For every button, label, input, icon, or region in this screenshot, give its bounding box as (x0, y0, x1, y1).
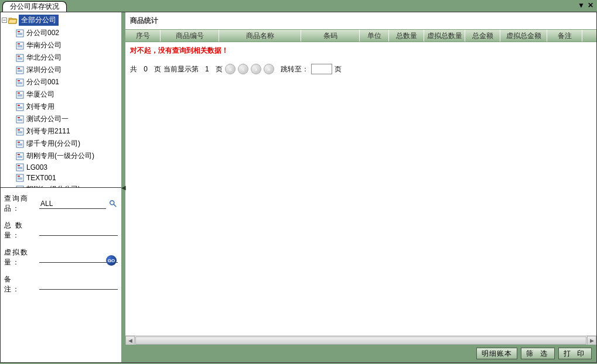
svg-point-56 (110, 201, 114, 205)
left-panel: − 全部分公司 分公司002华南分公司华北分公司深圳分公司分公司001华厦公司刘… (1, 12, 122, 362)
column-header[interactable]: 单位 (360, 30, 389, 42)
pagination: 共 0 页 当前显示第 1 页 « ‹ › » 跳转至： 页 (130, 64, 592, 74)
document-icon (15, 78, 25, 87)
column-header[interactable]: 商品名称 (219, 30, 301, 42)
search-product-label: 查询商品： (4, 194, 37, 214)
tree-item[interactable]: 胡刚(一级分公司) (13, 183, 120, 188)
column-header[interactable]: 备注 (547, 30, 582, 42)
splitter-handle[interactable]: ◀ (122, 180, 125, 194)
detail-ledger-button[interactable]: 明细账本 (476, 348, 517, 359)
tree-item-label: 缪千专用(分公司) (26, 139, 80, 149)
tree-children: 分公司002华南分公司华北分公司深圳分公司分公司001华厦公司刘哥专用测试分公司… (2, 27, 120, 188)
search-totalqty-input[interactable] (39, 226, 118, 236)
chevron-right-icon: ▶ (590, 338, 594, 344)
tree-item[interactable]: 深圳分公司 (13, 64, 120, 76)
tree-item-label: 刘哥专用2111 (26, 126, 70, 136)
document-icon (15, 66, 25, 74)
svg-rect-25 (18, 105, 20, 106)
minimize-button[interactable]: ▼ (577, 1, 585, 9)
table-header: 序号商品编号商品名称条码单位总数量虚拟总数量总金额虚拟总金额备注 (125, 29, 596, 42)
tree-item[interactable]: 刘哥专用 (13, 101, 120, 113)
chevron-left-icon: ◀ (121, 184, 126, 191)
tree-area[interactable]: − 全部分公司 分公司002华南分公司华北分公司深圳分公司分公司001华厦公司刘… (1, 12, 121, 188)
tree-item[interactable]: 胡刚专用(一级分公司) (13, 150, 120, 162)
hscroll-right-button[interactable]: ▶ (587, 336, 596, 345)
tree-item-label: 刘哥专用 (26, 102, 54, 112)
main-container: − 全部分公司 分公司002华南分公司华北分公司深圳分公司分公司001华厦公司刘… (0, 12, 597, 363)
close-button[interactable]: ✕ (586, 1, 595, 9)
svg-rect-49 (18, 176, 20, 177)
svg-rect-13 (18, 68, 20, 69)
tree-item[interactable]: 测试分公司一 (13, 113, 120, 125)
angle-right-icon: › (255, 66, 257, 73)
hscroll[interactable]: ◀ ▶ (125, 335, 596, 345)
svg-rect-45 (18, 165, 20, 166)
column-header[interactable]: 总数量 (389, 30, 424, 42)
search-icon[interactable] (108, 199, 118, 208)
tree-item-label: LG003 (26, 163, 47, 171)
chevron-left-icon: ◀ (128, 338, 132, 344)
page-last-button[interactable]: » (264, 64, 274, 74)
document-icon (15, 128, 25, 136)
tree-item[interactable]: 刘哥专用2111 (13, 125, 120, 138)
svg-rect-29 (18, 117, 20, 118)
tree-item-label: 华北分公司 (26, 53, 62, 63)
page-first-button[interactable]: « (225, 64, 236, 74)
tree-item-label: 测试分公司一 (26, 114, 69, 124)
search-remark-row: 备 注： (4, 274, 118, 294)
page-next-button[interactable]: › (251, 64, 261, 74)
column-header[interactable]: 商品编号 (161, 30, 219, 42)
tree-item[interactable]: LG003 (13, 162, 120, 173)
document-icon (15, 174, 25, 182)
tab-label: 分公司库存状况 (10, 2, 59, 12)
tree-root-label: 全部分公司 (19, 15, 59, 26)
search-remark-input[interactable] (39, 280, 118, 290)
tab-inventory[interactable]: 分公司库存状况 (2, 1, 67, 12)
column-header[interactable]: 序号 (125, 30, 161, 42)
tree-item-label: TEXT001 (26, 174, 56, 182)
search-product-input[interactable] (39, 199, 106, 209)
tree-item-label: 分公司001 (26, 77, 59, 87)
page-prev-button[interactable]: ‹ (238, 64, 248, 74)
tree-item[interactable]: 华北分公司 (13, 51, 120, 64)
column-header[interactable]: 总金额 (465, 30, 500, 42)
hscroll-thumb[interactable] (135, 336, 586, 345)
close-icon: ✕ (588, 1, 593, 9)
angle-left-icon: ‹ (242, 66, 244, 73)
tree-item[interactable]: 华南分公司 (13, 39, 120, 51)
column-header[interactable]: 虚拟总金额 (500, 30, 547, 42)
filter-button[interactable]: 筛 选 (521, 348, 554, 359)
tree-item[interactable]: 分公司001 (13, 76, 120, 88)
svg-rect-9 (18, 56, 20, 57)
right-panel: 商品统计 序号商品编号商品名称条码单位总数量虚拟总数量总金额虚拟总金额备注 对不… (125, 12, 596, 362)
search-product-row: 查询商品： (4, 194, 118, 214)
tree-item[interactable]: 缪千专用(分公司) (13, 138, 120, 150)
svg-line-57 (114, 204, 116, 207)
tree-item-label: 胡刚专用(一级分公司) (26, 151, 94, 161)
angle-double-right-icon: » (267, 66, 271, 73)
tab-bar: 分公司库存状况 ▼ ✕ (0, 0, 597, 12)
tree-item[interactable]: TEXT001 (13, 173, 120, 183)
document-icon (15, 54, 25, 62)
splitter[interactable]: ◀ (122, 12, 125, 362)
print-button[interactable]: 打 印 (558, 348, 592, 359)
page-mid1: 页 当前显示第 (154, 64, 198, 74)
svg-rect-5 (18, 43, 20, 44)
column-header[interactable]: 虚拟总数量 (424, 30, 465, 42)
page-jump-label: 跳转至： (281, 64, 309, 74)
search-totalqty-row: 总 数 量： (4, 221, 118, 241)
minimize-icon: ▼ (578, 1, 585, 9)
svg-rect-41 (18, 154, 20, 155)
tree-root[interactable]: − 全部分公司 (2, 15, 120, 26)
page-jump-input[interactable] (311, 64, 332, 74)
go-button[interactable]: GO (106, 255, 117, 266)
tree-item[interactable]: 华厦公司 (13, 88, 120, 101)
page-current: 1 (205, 65, 209, 73)
hscroll-left-button[interactable]: ◀ (125, 336, 135, 345)
error-message: 对不起，没有查询到相关数据！ (130, 46, 592, 56)
tree-toggle[interactable]: − (2, 18, 7, 23)
column-header[interactable]: 条码 (301, 30, 360, 42)
document-icon (15, 91, 25, 99)
tree-item[interactable]: 分公司002 (13, 27, 120, 39)
document-icon (15, 115, 25, 123)
